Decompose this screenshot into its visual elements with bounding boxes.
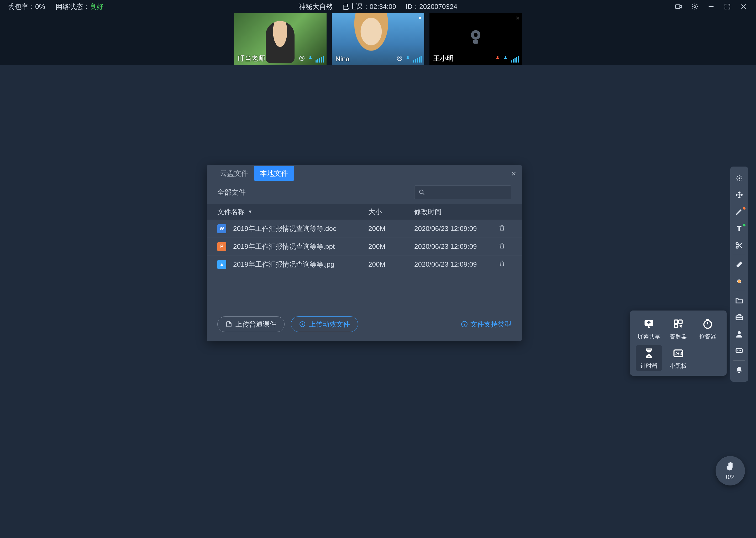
elapsed-time: 已上课：02:34:09 — [342, 2, 396, 11]
tab-cloud-files[interactable]: 云盘文件 — [214, 166, 254, 181]
svg-text:2+3: 2+3 — [675, 351, 682, 356]
video-tile-student-1[interactable]: × Nina — [332, 13, 424, 65]
upload-normal-button[interactable]: 上传普通课件 — [217, 316, 285, 332]
search-input[interactable] — [414, 186, 511, 199]
camera-icon[interactable] — [397, 55, 403, 63]
packet-loss: 丢包率：0% — [8, 2, 45, 11]
dialog-close-icon[interactable]: × — [511, 169, 516, 178]
camera-toggle-icon[interactable] — [674, 2, 683, 11]
svg-rect-24 — [674, 320, 678, 323]
column-time[interactable]: 修改时间 — [414, 207, 498, 216]
svg-point-30 — [738, 177, 740, 179]
answer-tool-button[interactable]: 答题器 — [665, 316, 691, 342]
sort-caret-icon: ▼ — [248, 209, 253, 215]
signal-icon — [315, 56, 324, 63]
file-type-ppt-icon: P — [217, 242, 226, 251]
delete-icon[interactable] — [498, 224, 511, 233]
camera-icon[interactable] — [299, 55, 305, 63]
raise-hand-button[interactable]: 0/2 — [716, 456, 745, 485]
mini-blackboard-button[interactable]: 2+3 小黑板 — [665, 345, 691, 371]
svg-rect-0 — [676, 5, 680, 8]
svg-rect-26 — [674, 324, 678, 328]
color-dot-icon[interactable] — [730, 273, 748, 290]
toolbox-icon[interactable] — [730, 309, 748, 326]
laser-pointer-icon[interactable] — [730, 170, 748, 187]
table-row[interactable]: ▲ 2019年工作汇报情况查询等等.jpg 200M 2020/06/23 12… — [207, 255, 522, 273]
tile-close-icon[interactable]: × — [516, 15, 519, 22]
file-name: 2019年工作汇报情况查询等等.jpg — [233, 260, 334, 269]
supported-types-link[interactable]: 文件支持类型 — [461, 320, 511, 329]
participant-name: 叮当老师 — [238, 54, 265, 63]
mic-icon[interactable] — [307, 55, 313, 63]
video-strip: 叮当老师 × Nina × 王小明 — [0, 13, 756, 65]
file-size: 200M — [368, 260, 414, 268]
file-dialog: 云盘文件 本地文件 × 全部文件 文件名称 ▼ 大小 修改时间 W 2019年工… — [207, 165, 522, 341]
signal-icon — [413, 56, 422, 63]
fullscreen-button[interactable] — [723, 2, 732, 11]
column-size[interactable]: 大小 — [368, 207, 414, 216]
signal-icon — [511, 56, 519, 63]
svg-line-18 — [423, 193, 424, 195]
mic-icon[interactable] — [405, 55, 410, 63]
chat-icon[interactable] — [730, 343, 748, 359]
file-size: 200M — [368, 225, 414, 233]
delete-icon[interactable] — [498, 260, 511, 269]
search-icon — [419, 189, 425, 195]
file-name: 2019年工作汇报情况查询等等.ppt — [233, 242, 335, 251]
hand-count: 0/2 — [726, 473, 734, 481]
mic-icon[interactable] — [503, 55, 508, 63]
tool-popover: 屏幕共享 答题器 抢答器 计时器 2+3 小黑板 — [630, 310, 727, 376]
participant-name: Nina — [336, 55, 350, 63]
svg-point-9 — [399, 58, 400, 59]
svg-point-8 — [397, 56, 402, 61]
file-type-image-icon: ▲ — [217, 260, 226, 269]
svg-point-36 — [738, 331, 741, 334]
pen-icon[interactable] — [730, 203, 748, 220]
eraser-icon[interactable] — [730, 256, 748, 273]
move-icon[interactable] — [730, 187, 748, 203]
text-icon[interactable]: T — [730, 220, 748, 237]
svg-rect-13 — [473, 40, 478, 44]
mic-muted-icon[interactable] — [495, 55, 500, 63]
video-tile-student-2[interactable]: × 王小明 — [429, 13, 522, 65]
table-header: 文件名称 ▼ 大小 修改时间 — [207, 204, 522, 220]
timer-button[interactable]: 计时器 — [636, 345, 662, 371]
svg-text:T: T — [737, 224, 741, 232]
svg-point-6 — [301, 58, 303, 59]
scissors-icon[interactable] — [730, 237, 748, 254]
bell-icon[interactable] — [730, 362, 748, 379]
upload-fx-button[interactable]: 上传动效文件 — [291, 316, 358, 332]
file-time: 2020/06/23 12:09:09 — [414, 260, 498, 268]
right-toolbar: T — [730, 167, 748, 382]
camera-off-icon — [466, 27, 485, 47]
participant-name: 王小明 — [433, 54, 453, 63]
video-tile-teacher[interactable]: 叮当老师 — [234, 13, 327, 65]
svg-rect-25 — [679, 320, 682, 323]
svg-point-5 — [300, 56, 304, 61]
session-id: ID：2020070324 — [405, 2, 457, 11]
delete-icon[interactable] — [498, 242, 511, 251]
minimize-button[interactable] — [707, 2, 716, 11]
table-row[interactable]: P 2019年工作汇报情况查询等等.ppt 200M 2020/06/23 12… — [207, 238, 522, 255]
tile-close-icon[interactable]: × — [418, 15, 422, 22]
main-canvas: 云盘文件 本地文件 × 全部文件 文件名称 ▼ 大小 修改时间 W 2019年工… — [0, 65, 756, 538]
network-status: 网络状态：良好 — [56, 2, 103, 11]
close-button[interactable] — [739, 2, 748, 11]
svg-point-17 — [419, 190, 423, 193]
settings-icon[interactable] — [690, 2, 699, 11]
hand-icon — [725, 461, 736, 472]
person-icon[interactable] — [730, 326, 748, 343]
buzzer-button[interactable]: 抢答器 — [694, 316, 721, 342]
screen-share-button[interactable]: 屏幕共享 — [636, 316, 662, 342]
folder-icon[interactable] — [730, 292, 748, 309]
svg-point-40 — [740, 350, 741, 351]
svg-point-39 — [739, 350, 740, 351]
column-name[interactable]: 文件名称 ▼ — [217, 207, 368, 216]
svg-point-1 — [694, 6, 696, 8]
table-row[interactable]: W 2019年工作汇报情况查询等等.doc 200M 2020/06/23 12… — [207, 220, 522, 238]
filter-all-files[interactable]: 全部文件 — [217, 188, 246, 197]
file-time: 2020/06/23 12:09:09 — [414, 242, 498, 250]
class-title: 神秘大自然 — [299, 2, 333, 11]
file-type-doc-icon: W — [217, 224, 226, 233]
tab-local-files[interactable]: 本地文件 — [254, 166, 294, 181]
